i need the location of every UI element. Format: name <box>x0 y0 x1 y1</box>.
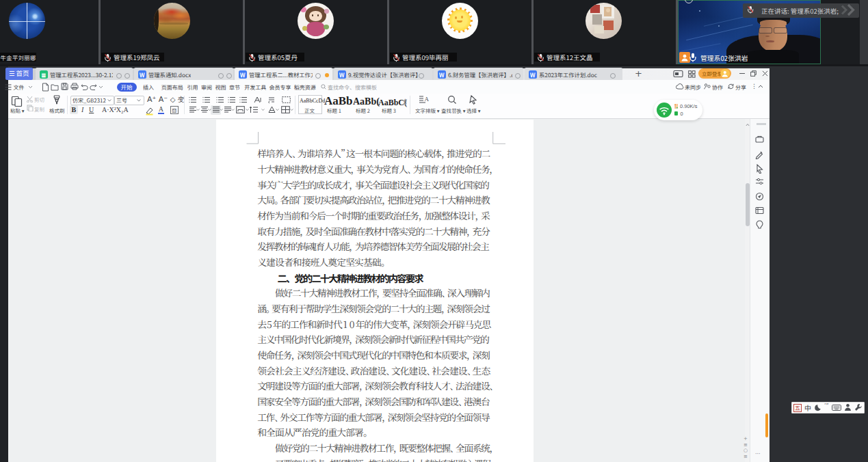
svg-text:A: A <box>425 96 430 103</box>
